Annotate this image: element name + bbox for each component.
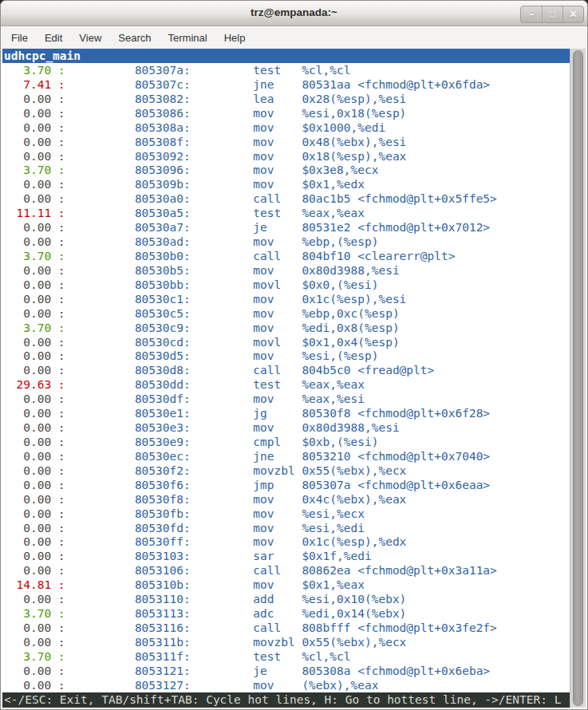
overhead-pct: 0.00 :	[2, 522, 65, 534]
asm-row[interactable]: 0.00 : 8053127: mov (%ebx),%eax	[2, 679, 570, 693]
asm-row[interactable]: 0.00 : 8053116: call 808bfff <fchmod@plt…	[2, 621, 570, 636]
overhead-pct: 0.00 :	[2, 464, 65, 477]
overhead-pct: 11.11 :	[2, 207, 65, 219]
instruction-text: 8053113: adc %edi,0x14(%ebx)	[65, 607, 407, 620]
asm-row[interactable]: 29.63 : 80530dd: test %eax,%eax	[2, 378, 570, 392]
overhead-pct: 0.00 :	[2, 107, 65, 120]
instruction-text: 8053082: lea 0x28(%esp),%esi	[65, 93, 407, 105]
asm-row[interactable]: 0.00 : 80530ad: mov %ebp,(%esp)	[2, 235, 570, 250]
symbol-header: udhcpc_main	[2, 49, 570, 63]
asm-row[interactable]: 0.00 : 80530d5: mov %esi,(%esp)	[2, 349, 570, 364]
asm-row[interactable]: 0.00 : 8053103: sar $0x1f,%edi	[2, 550, 570, 564]
scrollbar-thumb[interactable]	[573, 50, 583, 706]
asm-row[interactable]: 0.00 : 805309b: mov $0x1,%edx	[2, 178, 570, 192]
asm-row[interactable]: 3.70 : 805311f: test %cl,%cl	[2, 650, 570, 665]
asm-row[interactable]: 0.00 : 805311b: movzbl 0x55(%ebx),%ecx	[2, 636, 570, 650]
asm-row[interactable]: 0.00 : 80530f2: movzbl 0x55(%ebx),%ecx	[2, 464, 570, 479]
instruction-text: 80530c5: mov %ebp,0xc(%esp)	[65, 307, 400, 320]
overhead-pct: 3.70 :	[2, 607, 65, 620]
menu-help[interactable]: Help	[223, 30, 247, 46]
asm-row[interactable]: 0.00 : 80530df: mov %eax,%esi	[2, 392, 570, 407]
overhead-pct: 3.70 :	[2, 64, 65, 77]
instruction-text: 80530e9: cmpl $0xb,(%esi)	[65, 436, 379, 448]
asm-row[interactable]: 0.00 : 80530a7: je 80531e2 <fchmod@plt+0…	[2, 221, 570, 235]
menu-search[interactable]: Search	[116, 30, 152, 46]
instruction-text: 80530ff: mov 0x1c(%esp),%edx	[65, 535, 407, 548]
asm-row[interactable]: 7.41 : 805307c: jne 80531aa <fchmod@plt+…	[2, 78, 570, 93]
terminal-view[interactable]: udhcpc_main 3.70 : 805307a: test %cl,%cl…	[2, 49, 586, 708]
overhead-pct: 0.00 :	[2, 636, 65, 649]
instruction-text: 8053103: sar $0x1f,%edi	[65, 550, 372, 562]
instruction-text: 80530d8: call 804b5c0 <fread@plt>	[65, 364, 435, 377]
asm-row[interactable]: 3.70 : 8053096: mov $0x3e8,%ecx	[2, 164, 570, 178]
asm-row[interactable]: 0.00 : 805308a: mov $0x1000,%edi	[2, 121, 570, 136]
asm-row[interactable]: 0.00 : 80530b5: mov 0x80d3988,%esi	[2, 264, 570, 278]
asm-row[interactable]: 0.00 : 80530e9: cmpl $0xb,(%esi)	[2, 436, 570, 450]
close-icon[interactable]: ✕	[562, 6, 583, 22]
asm-row[interactable]: 0.00 : 8053121: je 805308a <fchmod@plt+0…	[2, 665, 570, 679]
instruction-text: 805308a: mov $0x1000,%edi	[65, 121, 386, 134]
asm-row[interactable]: 0.00 : 80530d8: call 804b5c0 <fread@plt>	[2, 364, 570, 378]
overhead-pct: 0.00 :	[2, 93, 65, 105]
asm-row[interactable]: 0.00 : 8053106: call 80862ea <fchmod@plt…	[2, 564, 570, 578]
asm-rows: 3.70 : 805307a: test %cl,%cl 7.41 : 8053…	[2, 63, 570, 693]
menu-file[interactable]: File	[10, 30, 30, 46]
asm-row[interactable]: 0.00 : 80530c1: mov 0x1c(%esp),%esi	[2, 293, 570, 307]
instruction-text: 80530cd: movl $0x1,0x4(%esp)	[65, 336, 400, 349]
overhead-pct: 0.00 :	[2, 121, 65, 134]
instruction-text: 80530ec: jne 8053210 <fchmod@plt+0x7040>	[65, 450, 491, 463]
asm-row[interactable]: 0.00 : 8053110: add %esi,0x10(%ebx)	[2, 593, 570, 607]
instruction-text: 8053096: mov $0x3e8,%ecx	[65, 164, 379, 176]
overhead-pct: 7.41 :	[2, 78, 65, 91]
asm-row[interactable]: 0.00 : 80530f8: mov 0x4c(%ebx),%eax	[2, 493, 570, 507]
perf-annotate-view: udhcpc_main 3.70 : 805307a: test %cl,%cl…	[2, 49, 570, 708]
overhead-pct: 0.00 :	[2, 307, 65, 320]
asm-row[interactable]: 0.00 : 80530c5: mov %ebp,0xc(%esp)	[2, 307, 570, 321]
asm-row[interactable]: 11.11 : 80530a5: test %eax,%eax	[2, 207, 570, 221]
overhead-pct: 3.70 :	[2, 250, 65, 262]
asm-row[interactable]: 3.70 : 80530c9: mov %edi,0x8(%esp)	[2, 321, 570, 336]
titlebar[interactable]: trz@empanada:~ – □ ✕	[1, 1, 587, 26]
asm-row[interactable]: 0.00 : 80530a0: call 80ac1b5 <fchmod@plt…	[2, 192, 570, 207]
instruction-text: 80530e1: jg 80530f8 <fchmod@plt+0x6f28>	[65, 407, 491, 420]
overhead-pct: 0.00 :	[2, 336, 65, 349]
asm-row[interactable]: 0.00 : 8053092: mov 0x18(%esp),%eax	[2, 150, 570, 164]
menu-view[interactable]: View	[77, 30, 103, 46]
asm-row[interactable]: 0.00 : 80530cd: movl $0x1,0x4(%esp)	[2, 336, 570, 350]
instruction-text: 80530bb: movl $0x0,(%esi)	[65, 278, 379, 291]
instruction-text: 80530c1: mov 0x1c(%esp),%esi	[65, 293, 407, 306]
menu-edit[interactable]: Edit	[43, 30, 64, 46]
asm-row[interactable]: 0.00 : 80530f6: jmp 805307a <fchmod@plt+…	[2, 479, 570, 493]
minimize-icon[interactable]: –	[521, 6, 542, 22]
instruction-text: 80530dd: test %eax,%eax	[65, 378, 365, 391]
asm-row[interactable]: 0.00 : 80530e3: mov 0x80d3988,%esi	[2, 421, 570, 436]
asm-row[interactable]: 0.00 : 805308f: mov 0x48(%ebx),%esi	[2, 136, 570, 150]
maximize-icon[interactable]: □	[542, 6, 562, 22]
instruction-text: 80530a5: test %eax,%eax	[65, 207, 365, 219]
instruction-text: 80530a0: call 80ac1b5 <fchmod@plt+0x5ffe…	[65, 192, 497, 205]
instruction-text: 805308f: mov 0x48(%ebx),%esi	[65, 136, 407, 148]
overhead-pct: 0.00 :	[2, 136, 65, 148]
asm-row[interactable]: 0.00 : 80530ff: mov 0x1c(%esp),%edx	[2, 535, 570, 550]
instruction-text: 80530f2: movzbl 0x55(%ebx),%ecx	[65, 464, 407, 477]
asm-row[interactable]: 0.00 : 80530ec: jne 8053210 <fchmod@plt+…	[2, 450, 570, 464]
asm-row[interactable]: 3.70 : 80530b0: call 804bf10 <clearerr@p…	[2, 250, 570, 264]
overhead-pct: 0.00 :	[2, 479, 65, 491]
asm-row[interactable]: 0.00 : 80530bb: movl $0x0,(%esi)	[2, 278, 570, 293]
menu-terminal[interactable]: Terminal	[167, 30, 209, 46]
asm-row[interactable]: 0.00 : 8053086: mov %esi,0x18(%esp)	[2, 107, 570, 121]
asm-row[interactable]: 3.70 : 8053113: adc %edi,0x14(%ebx)	[2, 607, 570, 621]
overhead-pct: 3.70 :	[2, 650, 65, 663]
asm-row[interactable]: 0.00 : 8053082: lea 0x28(%esp),%esi	[2, 93, 570, 107]
asm-row[interactable]: 3.70 : 805307a: test %cl,%cl	[2, 64, 570, 78]
asm-row[interactable]: 0.00 : 80530fd: mov %esi,%edi	[2, 522, 570, 536]
asm-row[interactable]: 0.00 : 80530e1: jg 80530f8 <fchmod@plt+0…	[2, 407, 570, 421]
instruction-text: 80530c9: mov %edi,0x8(%esp)	[65, 321, 400, 334]
asm-row[interactable]: 14.81 : 805310b: mov $0x1,%eax	[2, 578, 570, 593]
overhead-pct: 0.00 :	[2, 493, 65, 506]
overhead-pct: 0.00 :	[2, 436, 65, 448]
asm-row[interactable]: 0.00 : 80530fb: mov %esi,%ecx	[2, 507, 570, 522]
scrollbar-track[interactable]	[570, 49, 586, 708]
terminal-window: trz@empanada:~ – □ ✕ File Edit View Sear…	[0, 0, 588, 710]
instruction-text: 805311f: test %cl,%cl	[65, 650, 351, 663]
